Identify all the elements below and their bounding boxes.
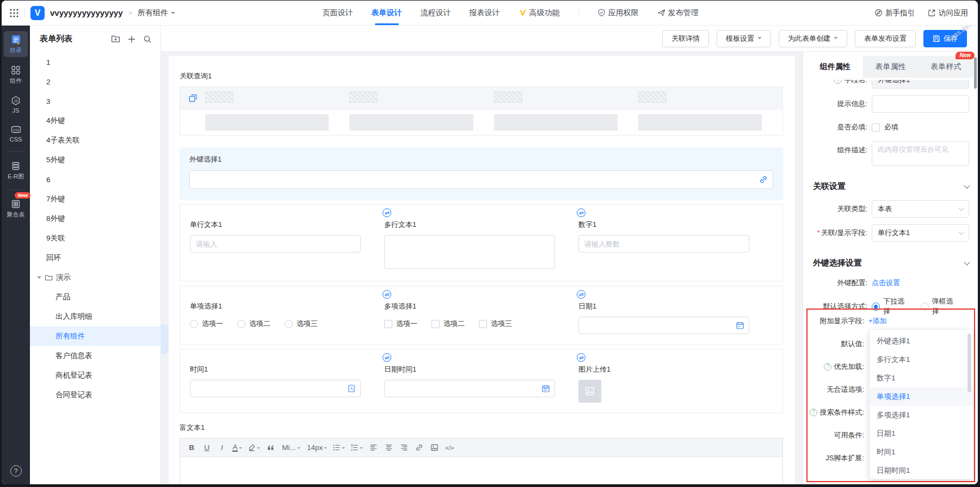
assoc-field-select[interactable]: 单行文本1 [872, 224, 969, 242]
checkbox-option[interactable]: 选项三 [479, 319, 512, 329]
form-list-item[interactable]: 6 [30, 170, 161, 189]
checkbox-option[interactable]: 选项一 [384, 319, 417, 329]
dropdown-option[interactable]: 时间1 [870, 443, 973, 461]
form-list-item[interactable]: 客户信息表 [30, 346, 161, 366]
collapse-icon[interactable] [964, 259, 970, 265]
app-logo[interactable]: V [30, 6, 45, 20]
form-list-item[interactable]: 9关联 [30, 229, 161, 248]
newbie-guide-link[interactable]: 新手指引 [874, 8, 915, 18]
field-name-input[interactable] [872, 80, 969, 89]
help-button[interactable]: ? [10, 465, 22, 477]
checkbox-option[interactable]: 选项二 [432, 319, 465, 329]
fk-config-link[interactable]: 点击设置 [872, 278, 900, 288]
dropdown-option[interactable]: 多项选择1 [870, 406, 973, 424]
form-list-item[interactable]: 4外键 [30, 111, 161, 131]
field-fk-select-selected[interactable]: 外键选择1 [180, 147, 783, 200]
field-multi-line-text[interactable]: ⇌ 多行文本1 [384, 220, 578, 271]
add-form-icon[interactable] [127, 35, 136, 44]
dropdown-scrollbar-thumb[interactable] [967, 334, 971, 392]
desc-textarea[interactable] [872, 141, 969, 166]
tab-component-props[interactable]: 组件属性 [808, 56, 863, 78]
dropdown-option[interactable]: 数字1 [870, 369, 973, 387]
form-list-item[interactable]: 产品 [30, 287, 161, 307]
caret-down-icon[interactable] [37, 276, 41, 281]
insert-link-button[interactable] [412, 441, 426, 455]
rail-item-catalog[interactable]: 目录 [4, 31, 28, 57]
rail-item-css[interactable]: CSS CSS [4, 121, 28, 145]
font-size-select[interactable]: 14px [305, 441, 329, 455]
form-list-item[interactable]: 2 [30, 72, 161, 91]
field-number[interactable]: ⇌ 数字1 [578, 220, 773, 271]
breadcrumb[interactable]: 所有组件 [138, 8, 175, 18]
form-list-item[interactable]: 出入库明细 [30, 307, 161, 326]
visit-app-link[interactable]: 访问应用 [928, 8, 968, 18]
tab-advanced-features[interactable]: 高级功能 [519, 1, 560, 25]
panel-scrollbar-thumb[interactable] [974, 57, 977, 89]
align-right-button[interactable] [397, 441, 411, 455]
single-line-text-input[interactable] [190, 235, 361, 252]
form-list-item[interactable]: 回环 [30, 248, 161, 268]
dropdown-option[interactable]: 外键选择1 [870, 332, 973, 350]
highlight-button[interactable] [245, 441, 262, 455]
tab-flow-design[interactable]: 流程设计 [421, 1, 451, 25]
required-checkbox[interactable] [872, 124, 880, 132]
radio-option[interactable]: 选项一 [190, 319, 223, 329]
dropdown-option[interactable]: 单项选择1 [870, 387, 973, 406]
form-list-item[interactable]: 3 [30, 91, 161, 111]
dropdown-option[interactable]: 日期时间1 [870, 461, 973, 479]
dropdown-option[interactable]: 日期1 [870, 424, 973, 443]
underline-button[interactable]: U [200, 441, 214, 455]
rich-text-editor[interactable]: B U I A Mi. [180, 438, 783, 484]
add-folder-icon[interactable] [111, 34, 120, 44]
ordered-list-button[interactable] [348, 441, 365, 455]
datetime-input[interactable] [384, 380, 555, 397]
fk-select-input[interactable] [189, 170, 773, 189]
hint-input[interactable] [872, 95, 969, 113]
field-date[interactable]: ⇌ 日期1 [578, 301, 773, 334]
bullet-list-button[interactable] [330, 441, 347, 455]
blockquote-button[interactable] [263, 441, 278, 455]
save-button[interactable]: 保存 [923, 30, 967, 47]
tab-form-props[interactable]: 表单属性 [863, 56, 919, 78]
form-list-item[interactable]: 所有组件 [30, 326, 161, 346]
create-for-form-button[interactable]: 为此表单创建 [779, 30, 847, 47]
radio-option[interactable]: 选项二 [237, 319, 270, 329]
form-list-item[interactable]: 演示 [30, 268, 161, 287]
code-view-button[interactable]: </> [442, 441, 457, 455]
tab-form-design[interactable]: 表单设计 [372, 1, 402, 25]
form-list-item[interactable]: 7外键 [30, 189, 161, 209]
time-input[interactable] [190, 380, 361, 397]
multi-line-text-input[interactable] [384, 235, 555, 269]
rail-item-er-diagram[interactable]: E-R图 [4, 158, 28, 183]
template-settings-button[interactable]: 模板设置 [717, 30, 771, 47]
form-list-item[interactable]: 1 [30, 52, 161, 72]
form-publish-settings-button[interactable]: 表单发布设置 [855, 30, 916, 47]
field-multi-choice[interactable]: ⇌ 多项选择1 选项一 选项二 选项三 [384, 301, 578, 334]
field-image-upload[interactable]: ⇌ 图片上传1 [578, 365, 773, 403]
tab-form-style[interactable]: 表单样式 [918, 56, 973, 78]
form-list-item[interactable]: 8外键 [30, 209, 161, 229]
canvas-collapse-handle[interactable] [161, 324, 168, 354]
italic-button[interactable]: I [215, 441, 229, 455]
font-family-select[interactable]: Mi... [279, 441, 304, 455]
link-icon[interactable] [759, 175, 768, 184]
rail-item-js[interactable]: JS JS [4, 93, 28, 116]
collapse-icon[interactable] [964, 182, 970, 188]
font-color-button[interactable]: A [230, 441, 244, 455]
radio-option[interactable]: 选项三 [285, 319, 318, 329]
date-input[interactable] [578, 317, 749, 334]
dropdown-option[interactable]: 多行文本1 [870, 350, 973, 369]
form-list-item[interactable]: 商机登记表 [30, 366, 161, 385]
field-time[interactable]: 时间1 [190, 365, 384, 403]
rail-item-components[interactable]: 组件 [4, 62, 28, 88]
bold-button[interactable]: B [184, 441, 199, 455]
editor-content[interactable] [180, 457, 782, 484]
align-left-button[interactable] [366, 441, 380, 455]
form-list-item[interactable]: 合同登记表 [30, 385, 161, 405]
tab-app-permission[interactable]: 应用权限 [597, 1, 639, 25]
app-grid-icon[interactable] [9, 8, 19, 18]
number-input[interactable] [578, 235, 749, 252]
align-center-button[interactable] [381, 441, 396, 455]
field-datetime[interactable]: ⇌ 日期时间1 [384, 365, 578, 403]
assoc-query-table[interactable] [180, 87, 783, 135]
